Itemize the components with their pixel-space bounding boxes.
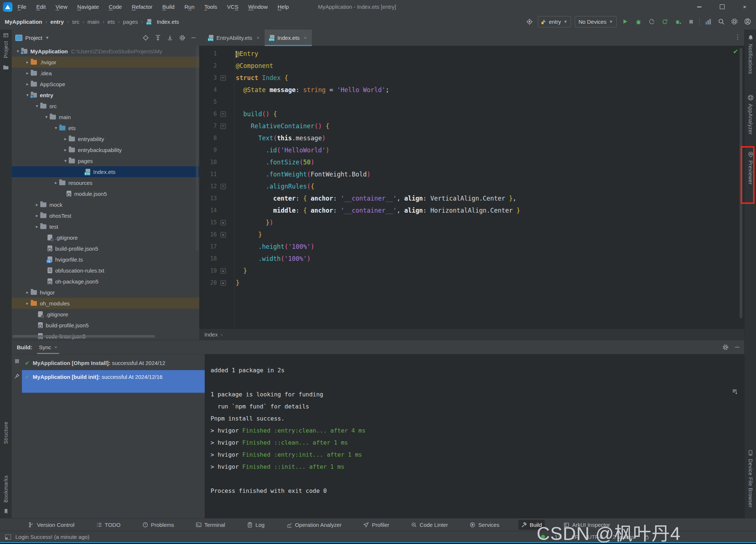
structure-tool-button[interactable]: Structure [0, 419, 12, 447]
tree-chevron-icon[interactable] [43, 114, 50, 119]
tree-row[interactable]: module.json5 [12, 188, 199, 199]
tree-row[interactable]: oh_modules [12, 298, 199, 309]
target-icon[interactable] [525, 17, 534, 26]
tree-chevron-icon[interactable] [53, 125, 59, 130]
tree-row[interactable]: oh-package.json5 [12, 276, 199, 287]
filter-square-icon[interactable] [14, 358, 20, 364]
toolbar-operation-analyzer[interactable]: Operation Analyzer [284, 520, 345, 530]
tree-row[interactable]: entry [12, 90, 199, 100]
device-selector[interactable]: No Devices▼ [575, 16, 617, 27]
tree-row[interactable]: resources [12, 177, 199, 188]
code-line[interactable]: 11 − .fontWeight(FontWeight.Bold) [199, 168, 737, 180]
tree-row[interactable]: hvigor [12, 287, 199, 298]
tree-row[interactable]: build-profile.json5 [12, 243, 199, 254]
locate-file-icon[interactable] [143, 35, 149, 41]
close-button[interactable]: × [733, 0, 756, 14]
tree-chevron-icon[interactable] [62, 158, 69, 163]
menu-item[interactable]: Tools [204, 4, 217, 10]
tree-chevron-icon[interactable] [53, 180, 59, 185]
chevron-down-icon[interactable]: ▼ [45, 35, 49, 40]
menu-item[interactable]: VCS [227, 4, 238, 10]
tree-horizontal-scrollbar[interactable] [12, 335, 155, 338]
code-line[interactable]: 7 − RelativeContainer() { [199, 120, 737, 132]
tree-chevron-icon[interactable] [34, 202, 40, 207]
tree-chevron-icon[interactable] [24, 301, 31, 306]
build-settings-gear-icon[interactable] [722, 344, 729, 350]
menu-item[interactable]: Refactor [132, 4, 152, 10]
breadcrumb-element[interactable]: Index [204, 331, 218, 338]
panel-settings-gear-icon[interactable] [179, 35, 185, 41]
pin-icon[interactable] [14, 373, 20, 379]
close-tab-icon[interactable]: × [257, 35, 260, 41]
tree-chevron-icon[interactable] [62, 147, 69, 152]
build-message-row[interactable]: ✔ MyApplication [build init]: successful… [22, 370, 205, 393]
collapse-all-icon[interactable] [167, 35, 173, 41]
breadcrumb-current-file[interactable]: Index.ets [146, 19, 179, 25]
tree-row[interactable]: .gitignore [12, 232, 199, 243]
tree-chevron-icon[interactable] [62, 136, 69, 141]
code-line[interactable]: 3 − struct Index { [199, 72, 737, 84]
toolbar-version-control[interactable]: Version Control [26, 520, 78, 530]
breadcrumb-item[interactable]: pages [123, 19, 138, 25]
app-analyzer-tool-button[interactable]: AppAnalyzer [745, 95, 756, 138]
toolbar-log[interactable]: Log [244, 520, 268, 530]
tab-entryability[interactable]: EntryAbility.ets × [204, 30, 265, 46]
tree-row[interactable]: test [12, 221, 199, 232]
tree-chevron-icon[interactable] [34, 224, 40, 229]
code-line[interactable]: 13 − center: { anchor: '__container__', … [199, 193, 737, 205]
code-line[interactable]: 6 − build() { [199, 108, 737, 120]
tree-row[interactable]: AppScope [12, 79, 199, 90]
menu-item[interactable]: Help [277, 4, 289, 10]
toolbar-code-linter[interactable]: Code Linter [408, 520, 451, 530]
code-line[interactable]: 16 ▴ } [199, 229, 737, 241]
tree-row[interactable]: entrybackupability [12, 144, 199, 155]
tab-sync[interactable]: Sync × [39, 340, 57, 354]
code-line[interactable]: 8 − Text(this.message) [199, 132, 737, 144]
tree-row[interactable]: ohosTest [12, 210, 199, 221]
tab-overflow-icon[interactable]: ⋮ [734, 33, 741, 41]
expand-all-icon[interactable] [155, 35, 161, 41]
toolbar-terminal[interactable]: Terminal [193, 520, 228, 530]
stop-button[interactable] [686, 17, 696, 26]
scroll-to-end-icon[interactable] [732, 389, 738, 395]
breadcrumb-item[interactable]: ets [107, 19, 115, 25]
code-line[interactable]: 5 − [199, 96, 737, 108]
run-button[interactable] [620, 17, 630, 26]
fold-marker-icon[interactable]: − [217, 120, 229, 132]
tree-chevron-icon[interactable] [34, 213, 40, 218]
tree-row[interactable]: obfuscation-rules.txt [12, 265, 199, 276]
code-line[interactable]: 14 − middle: { anchor: '__container__', … [199, 205, 737, 217]
fold-marker-icon[interactable]: − [217, 180, 229, 193]
tree-row[interactable]: MyApplication C:\Users\Z\DevEcoStudioPro… [12, 46, 199, 57]
tree-chevron-icon[interactable] [24, 290, 31, 295]
code-line[interactable]: 2 − @Component [199, 60, 737, 72]
tree-row[interactable]: .gitignore [12, 309, 199, 320]
code-line[interactable]: 18 − .width('100%') [199, 253, 737, 265]
maximize-button[interactable] [711, 0, 733, 14]
menu-item[interactable]: File [18, 4, 26, 10]
profile-avatar[interactable] [743, 17, 752, 26]
tree-row[interactable]: entryability [12, 133, 199, 144]
tree-row[interactable]: .idea [12, 68, 199, 79]
code-line[interactable]: 20 ▴ } [199, 277, 737, 289]
breadcrumb-item[interactable]: entry [50, 19, 64, 25]
code-line[interactable]: 9 − .id('HelloWorld') [199, 144, 737, 156]
debug-button[interactable] [634, 17, 643, 26]
breadcrumb-item[interactable]: src [72, 19, 79, 25]
status-message[interactable]: Login Success! (a minute ago) [15, 534, 90, 540]
tree-row[interactable]: src [12, 100, 199, 111]
code-line[interactable]: 1 − @Entry [199, 48, 737, 60]
tree-row[interactable]: mock [12, 199, 199, 210]
run-config-selector[interactable]: entry▼ [538, 16, 571, 27]
minimize-button[interactable] [688, 0, 711, 14]
menu-item[interactable]: Navigate [77, 4, 99, 10]
menu-item[interactable]: Edit [36, 4, 46, 10]
tree-vertical-scrollbar[interactable] [196, 46, 199, 251]
rerun-button[interactable] [660, 17, 669, 26]
tree-row[interactable]: .hvigor [12, 57, 199, 68]
fold-marker-icon[interactable]: ▴ [217, 217, 229, 229]
tree-chevron-icon[interactable] [24, 71, 31, 76]
code-line[interactable]: 17 − .height('100%') [199, 241, 737, 253]
device-manager-icon[interactable] [703, 17, 713, 26]
settings-gear-icon[interactable] [730, 17, 739, 26]
